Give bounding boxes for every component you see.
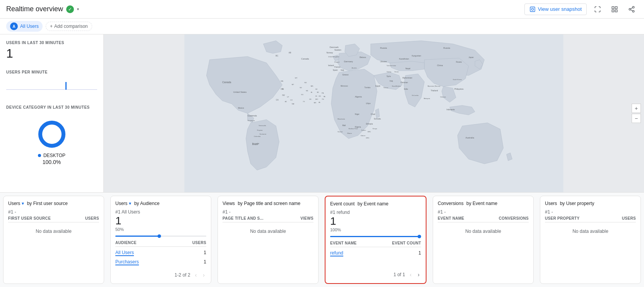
data-card-audience: Users ▾ by Audience #1 All Users150% AUD… (110, 196, 211, 284)
footer-text-audience: 1-2 of 2 (175, 272, 190, 278)
svg-text:Belarus: Belarus (360, 56, 366, 58)
fullscreen-button[interactable] (591, 3, 604, 15)
user-initial: A (12, 24, 15, 29)
customize-button[interactable] (608, 3, 621, 15)
map-controls: + − (632, 104, 641, 123)
svg-rect-5 (615, 10, 617, 12)
map-zoom-out-button[interactable]: − (632, 114, 641, 123)
view-snapshot-label: View user snapshot (538, 6, 582, 12)
card-title-dropdown-audience[interactable]: ▾ (129, 201, 131, 206)
svg-text:Poland: Poland (334, 61, 339, 63)
progress-bar-audience (115, 236, 206, 237)
svg-text:Indonesia: Indonesia (447, 109, 455, 111)
svg-text:Greece: Greece (342, 74, 348, 76)
svg-text:CA: CA (276, 99, 279, 101)
row-link-event-count-0[interactable]: refund (330, 250, 343, 256)
col2-header-first-user-source: USERS (85, 216, 99, 220)
header-dropdown-arrow[interactable]: ▾ (77, 7, 79, 11)
svg-text:Ireland: Ireland (328, 65, 334, 67)
col2-header-audience: USERS (192, 241, 206, 245)
card-title-main-conversions: Conversions (438, 201, 464, 206)
progress-dot-event-count (418, 235, 421, 238)
row-value-event-count-0: 1 (418, 250, 421, 256)
card-title-conversions: Conversions by Event name (438, 201, 529, 206)
svg-text:Syria: Syria (387, 75, 391, 77)
svg-text:Oman: Oman (394, 71, 399, 73)
card-title-dropdown-first-user-source[interactable]: ▾ (22, 201, 24, 206)
data-card-event-count: Event count by Event name #1 refund1100%… (325, 196, 426, 284)
svg-text:NE: NE (306, 90, 308, 92)
svg-text:Malaysia: Malaysia (424, 97, 430, 99)
svg-text:OK: OK (309, 98, 312, 100)
share-button[interactable] (625, 3, 638, 15)
header-left: Realtime overview ✓ ▾ (6, 5, 79, 13)
map-zoom-in-button[interactable]: + (632, 104, 641, 113)
svg-text:OH: OH (319, 95, 321, 97)
add-comparison-button[interactable]: + Add comparison (46, 22, 92, 31)
svg-text:KS: KS (301, 94, 303, 96)
header-right: View user snapshot (524, 3, 638, 15)
svg-point-1 (531, 8, 533, 10)
svg-text:MS: MS (314, 102, 316, 104)
table-header-audience: AUDIENCE USERS (115, 239, 206, 247)
svg-text:NV: NV (282, 94, 285, 96)
svg-point-7 (629, 8, 631, 10)
svg-text:Austria: Austria (352, 67, 357, 69)
svg-text:South Korea: South Korea (453, 79, 462, 80)
add-comparison-label: Add comparison (54, 24, 88, 29)
progress-dot-audience (158, 234, 161, 238)
no-data-conversions: No data available (438, 224, 529, 239)
svg-text:Norway: Norway (327, 52, 333, 54)
filter-bar: A All Users + Add comparison (0, 19, 644, 34)
view-snapshot-button[interactable]: View user snapshot (524, 3, 587, 15)
table-header-event-count: EVENT NAME EVENT COUNT (330, 239, 421, 247)
col2-header-user-property: USERS (622, 216, 636, 220)
share-icon (628, 6, 635, 13)
svg-rect-3 (615, 7, 617, 9)
svg-text:Mauritania: Mauritania (337, 118, 345, 120)
zoom-out-label: − (635, 115, 638, 121)
row-link-audience-1[interactable]: Purchasers (115, 259, 139, 265)
svg-text:Suriname: Suriname (260, 133, 267, 135)
table-header-conversions: EVENT NAME CONVERSIONS (438, 215, 529, 222)
next-btn-event-count[interactable]: › (416, 271, 421, 278)
all-users-filter[interactable]: A All Users (6, 21, 43, 32)
svg-text:Russia: Russia (456, 61, 462, 63)
users-per-minute-chart (6, 77, 97, 93)
card-title-main-user-property: Users (545, 201, 557, 206)
svg-text:Morocco: Morocco (341, 85, 348, 87)
card-title-suffix-conversions: by Event name (465, 201, 497, 206)
svg-text:Canada: Canada (222, 81, 231, 84)
card-rank-conversions: #1 - (438, 209, 529, 215)
card-title-event-count: Event count by Event name (330, 201, 421, 207)
donut-svg (36, 119, 67, 150)
svg-text:AB: AB (289, 52, 291, 54)
svg-point-8 (632, 10, 634, 12)
svg-text:Guyana: Guyana (257, 129, 263, 131)
svg-text:Italy: Italy (341, 69, 344, 71)
card-rank-event-count: #1 refund (330, 210, 421, 215)
world-map-svg: Canada United States Mexico Brazil Germa… (104, 34, 644, 192)
users-per-minute-label: USERS PER MINUTE (6, 70, 97, 74)
table-header-page-title: PAGE TITLE AND S... VIEWS (223, 215, 313, 222)
svg-rect-4 (612, 10, 614, 12)
svg-text:ID: ID (282, 88, 284, 90)
all-users-label: All Users (20, 24, 39, 29)
add-comparison-icon: + (50, 24, 53, 29)
svg-text:Gabon: Gabon (361, 129, 366, 131)
svg-text:Nigeria: Nigeria (355, 126, 361, 128)
card-title-main-first-user-source: Users (8, 201, 20, 206)
desktop-legend: DESKTOP (6, 153, 97, 158)
svg-text:NM: NM (292, 103, 295, 105)
svg-text:Somalia: Somalia (374, 118, 381, 120)
svg-text:DRC: DRC (368, 131, 371, 133)
device-donut-section: DESKTOP 100.0% (6, 113, 97, 168)
svg-text:Nicaragua: Nicaragua (248, 120, 255, 121)
prev-btn-event-count: ‹ (408, 271, 413, 278)
data-card-user-property: Users by User property #1 - USER PROPERT… (540, 196, 641, 284)
row-link-audience-0[interactable]: All Users (115, 250, 134, 256)
svg-text:MN: MN (311, 85, 313, 87)
col2-header-page-title: VIEWS (300, 216, 313, 220)
card-title-user-property: Users by User property (545, 201, 636, 206)
users-30min-card: USERS IN LAST 30 MINUTES 1 (6, 41, 97, 62)
